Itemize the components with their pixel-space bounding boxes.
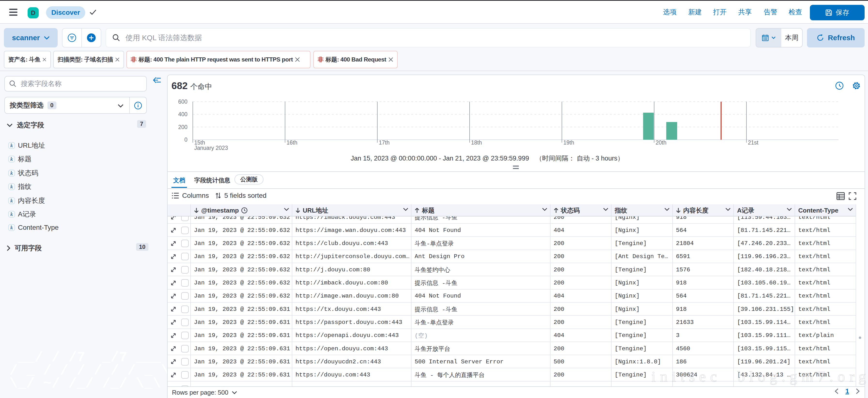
svg-text:16th: 16th [286, 139, 298, 146]
svg-text:17th: 17th [379, 139, 390, 146]
svg-text:20th: 20th [656, 139, 666, 146]
svg-text:400: 400 [178, 111, 187, 118]
svg-text:600: 600 [178, 99, 187, 105]
svg-text:January 2023: January 2023 [194, 145, 228, 151]
svg-text:18th: 18th [471, 139, 482, 146]
svg-text:21st: 21st [748, 139, 758, 146]
svg-text:200: 200 [178, 124, 187, 130]
svg-text:0: 0 [184, 137, 187, 143]
svg-text:19th: 19th [563, 139, 574, 146]
